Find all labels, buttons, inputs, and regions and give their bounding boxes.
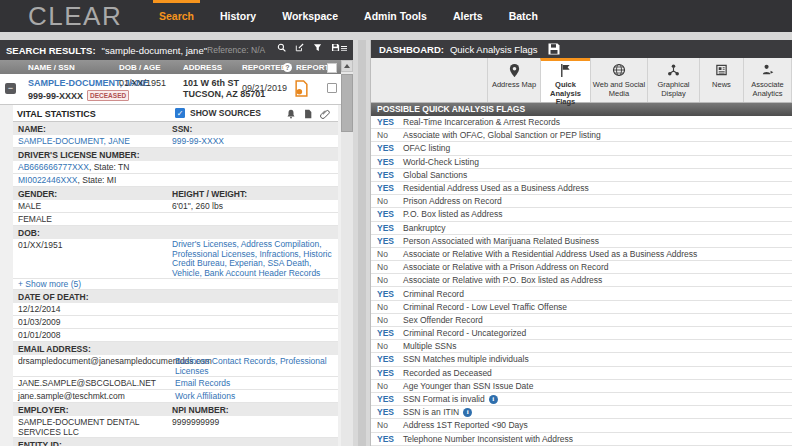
flag-answer-link[interactable]: YES — [377, 368, 403, 378]
flag-answer-link[interactable]: YES — [377, 434, 403, 444]
flag-label: Recorded as Deceased — [403, 368, 492, 378]
dob-sources-links[interactable]: Driver's Licenses, Address Compilation, … — [172, 240, 338, 278]
tab-label: Web and Social Media — [591, 81, 647, 98]
filter-icon[interactable] — [313, 43, 322, 57]
dl1-number-link[interactable]: AB666666777XXX — [18, 162, 89, 172]
tab-quick-analysis-flags[interactable]: Quick Analysis Flags — [540, 58, 590, 102]
search-icon[interactable] — [277, 43, 286, 57]
email-label-row: EMAIL ADDRESS: — [13, 342, 338, 355]
left-panel-scrollbar[interactable] — [341, 60, 353, 446]
flag-answer-link[interactable]: No — [377, 196, 403, 206]
main-nav: Search History Workspace Admin Tools Ale… — [146, 0, 551, 32]
flag-answer-link[interactable]: YES — [377, 394, 403, 404]
collapse-row-toggle[interactable]: − — [5, 83, 16, 94]
nav-item[interactable]: Batch — [496, 0, 551, 32]
tab-associate-analytics[interactable]: Associate Analytics — [743, 58, 792, 102]
flag-answer-link[interactable]: YES — [377, 407, 403, 417]
flag-row: No Associate or Relative with a Prison A… — [371, 261, 792, 274]
scroll-up-button[interactable] — [341, 60, 353, 72]
gender-label: GENDER: — [13, 189, 172, 199]
search-results-panel: SEARCH RESULTS: "sample-document, jane" … — [0, 40, 353, 446]
flag-answer-link[interactable]: YES — [377, 117, 403, 127]
nav-item[interactable]: Alerts — [440, 0, 496, 32]
email-sources-link[interactable]: Work Affiliations — [175, 391, 235, 401]
menu-icon[interactable] — [341, 46, 347, 55]
scrollbar-thumb[interactable] — [341, 74, 353, 132]
flag-answer-link[interactable]: No — [377, 315, 403, 325]
flag-answer-link[interactable]: No — [377, 130, 403, 140]
column-address[interactable]: ADDRESS — [183, 63, 222, 72]
tab-news[interactable]: News — [699, 58, 743, 102]
info-icon[interactable]: i — [463, 408, 472, 417]
newspaper-icon — [715, 63, 728, 78]
flag-answer-link[interactable]: No — [377, 381, 403, 391]
name-value-link[interactable]: SAMPLE-DOCUMENT, JANE — [18, 136, 130, 146]
info-icon[interactable]: i — [489, 395, 498, 404]
nav-item[interactable]: Search — [146, 0, 207, 32]
select-all-checkbox[interactable] — [327, 63, 337, 73]
alert-bell-icon[interactable] — [286, 109, 296, 119]
flag-row: YES Telephone Number Inconsistent with A… — [371, 433, 792, 446]
flag-answer-link[interactable]: No — [377, 275, 403, 285]
email-sources-link[interactable]: Email Records — [175, 378, 230, 388]
flag-label: SSN is an ITIN — [403, 407, 459, 417]
save-dashboard-icon[interactable] — [547, 42, 561, 56]
flag-answer-link[interactable]: YES — [377, 223, 403, 233]
attachment-paperclip-icon[interactable] — [320, 109, 330, 119]
email-address: JANE.SAMPLE@SBCGLOBAL.NET — [13, 378, 175, 388]
tab-graphical-display[interactable]: Graphical Display — [647, 58, 699, 102]
add-to-report-icon[interactable] — [294, 80, 309, 98]
flag-row: YES World-Check Listing — [371, 156, 792, 169]
flag-label: P.O. Box listed as Address — [403, 209, 503, 219]
ssn-value-link[interactable]: 999-99-XXXX — [172, 136, 224, 146]
flag-label: Criminal Record — [403, 289, 464, 299]
edit-search-icon[interactable] — [295, 43, 304, 57]
column-reported[interactable]: REPORTED — [242, 63, 286, 72]
email-sources-link[interactable]: Business Contact Records, Professional L… — [175, 356, 327, 376]
flag-answer-link[interactable]: YES — [377, 157, 403, 167]
flag-answer-link[interactable]: YES — [377, 354, 403, 364]
flag-answer-link[interactable]: No — [377, 341, 403, 351]
height-weight-label: HEIGHT / WEIGHT: — [172, 189, 338, 199]
nav-item[interactable]: Admin Tools — [351, 0, 440, 32]
flag-answer-link[interactable]: YES — [377, 170, 403, 180]
flag-answer-link[interactable]: No — [377, 249, 403, 259]
tab-address-map[interactable]: Address Map — [487, 58, 540, 102]
save-search-icon[interactable] — [331, 43, 340, 57]
flag-label: Associate or Relative With a Residential… — [403, 249, 697, 259]
flag-answer-link[interactable]: No — [377, 262, 403, 272]
tab-web-social-media[interactable]: Web and Social Media — [590, 58, 647, 102]
dob-value-row: 01/XX/1951 Driver's Licenses, Address Co… — [13, 239, 338, 279]
flag-label: SSN Matches multiple individuals — [403, 354, 529, 364]
dl2-number-link[interactable]: MI0022446XXX — [18, 175, 78, 185]
flag-label: Bankruptcy — [403, 223, 446, 233]
show-more-link[interactable]: + Show more (5) — [13, 279, 338, 290]
nav-item-label: Batch — [509, 10, 538, 22]
flag-answer-link[interactable]: YES — [377, 328, 403, 338]
flag-answer-link[interactable]: YES — [377, 183, 403, 193]
reported-help-icon[interactable]: ? — [283, 63, 292, 72]
flag-row: No Multiple SSNs — [371, 340, 792, 353]
flag-answer-link[interactable]: No — [377, 302, 403, 312]
nav-item[interactable]: Workspace — [269, 0, 351, 32]
nav-item-label: Admin Tools — [364, 10, 427, 22]
nav-item[interactable]: History — [207, 0, 269, 32]
flag-answer-link[interactable]: YES — [377, 289, 403, 299]
notes-icon[interactable] — [303, 109, 313, 119]
show-sources-toggle[interactable]: ✓ SHOW SOURCES — [175, 108, 261, 118]
flag-answer-link[interactable]: No — [377, 420, 403, 430]
result-row-checkbox[interactable] — [327, 83, 337, 93]
flag-label: Global Sanctions — [403, 170, 467, 180]
show-sources-checkbox[interactable]: ✓ — [175, 108, 185, 118]
dashboard-panel: DASHBOARD: Quick Analysis Flags Address … — [370, 40, 792, 446]
npi-label: NPI NUMBER: — [172, 405, 338, 415]
column-dob-age[interactable]: DOB / AGE — [119, 63, 160, 72]
email-label: EMAIL ADDRESS: — [13, 344, 172, 354]
flag-row: No Age Younger than SSN Issue Date — [371, 380, 792, 393]
flag-answer-link[interactable]: YES — [377, 143, 403, 153]
flag-answer-link[interactable]: YES — [377, 236, 403, 246]
column-name-ssn[interactable]: NAME / SSN — [28, 63, 75, 72]
flag-answer-link[interactable]: YES — [377, 209, 403, 219]
dob-value: 01/XX/1951 — [13, 240, 172, 250]
entity-id-label: ENTITY ID: — [13, 440, 172, 446]
